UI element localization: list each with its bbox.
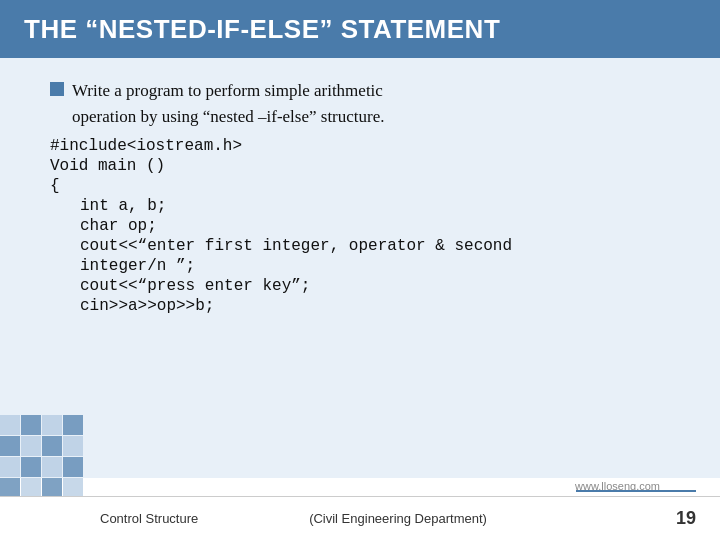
code-line-2: Void main () (50, 157, 680, 175)
mosaic-cell (63, 457, 83, 477)
code-line-4: int a, b; (50, 197, 680, 215)
page-number: 19 (676, 508, 696, 528)
bullet-text-line2: operation by using “nested –if-else” str… (72, 107, 385, 126)
mosaic-cell (0, 478, 20, 498)
mosaic-cell (63, 478, 83, 498)
code-line-6: cout<<“enter first integer, operator & s… (50, 237, 680, 255)
bullet-text-line1: Write a program to perform simple arithm… (72, 81, 383, 100)
code-block: #include<iostream.h> Void main () { int … (50, 137, 680, 315)
footer-center-label: (Civil Engineering Department) (299, 511, 498, 526)
bullet-icon (50, 82, 64, 96)
mosaic-cell (63, 436, 83, 456)
header-bar: THE “NESTED-IF-ELSE” STATEMENT (0, 0, 720, 58)
footer-left-label: Control Structure (0, 511, 299, 526)
intro-paragraph: Write a program to perform simple arithm… (50, 78, 680, 131)
mosaic-cell (42, 415, 62, 435)
mosaic-cell (21, 478, 41, 498)
code-line-3: { (50, 177, 680, 195)
footer-accent-line (576, 490, 696, 492)
code-line-7: integer/n ”; (50, 257, 680, 275)
mosaic-cell (0, 457, 20, 477)
mosaic-cell (63, 415, 83, 435)
mosaic-cell (21, 436, 41, 456)
mosaic-cell (42, 436, 62, 456)
footer: Control Structure (Civil Engineering Dep… (0, 496, 720, 540)
mosaic-cell (21, 457, 41, 477)
mosaic-cell (42, 457, 62, 477)
main-content: Write a program to perform simple arithm… (0, 58, 720, 478)
mosaic-cell (0, 415, 20, 435)
page-title: THE “NESTED-IF-ELSE” STATEMENT (24, 14, 500, 45)
mosaic-cell (21, 415, 41, 435)
code-line-9: cin>>a>>op>>b; (50, 297, 680, 315)
mosaic-cell (42, 478, 62, 498)
mosaic-cell (0, 436, 20, 456)
code-line-1: #include<iostream.h> (50, 137, 680, 155)
code-line-8: cout<<“press enter key”; (50, 277, 680, 295)
code-line-5: char op; (50, 217, 680, 235)
mosaic-decoration (0, 415, 90, 495)
